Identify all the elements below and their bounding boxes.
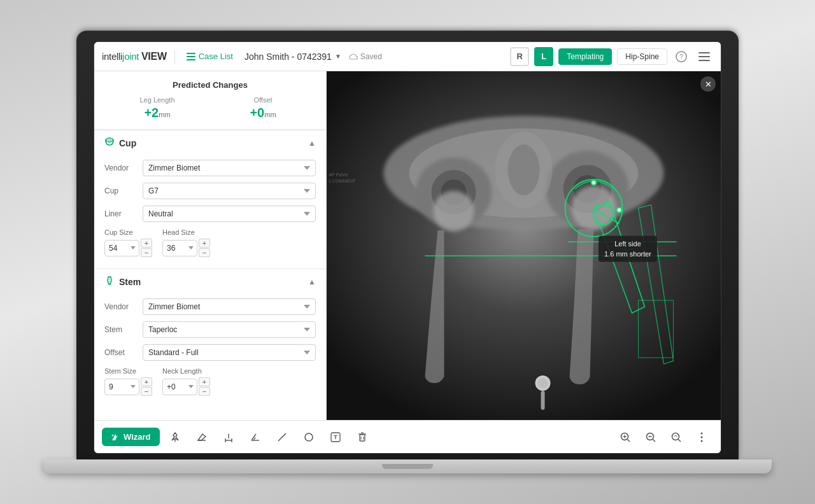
predicted-changes-section: Predicted Changes Leg Length +2mm Offset [94,71,326,130]
head-size-item: Head Size 36 + − [162,228,210,257]
neck-length-increment[interactable]: + [199,377,210,386]
menu-icon [698,52,710,61]
neck-length-select[interactable]: +0 [162,379,197,395]
metrics-row: Leg Length +2mm Offset +0mm [104,96,316,120]
wizard-button[interactable]: Wizard [102,428,160,446]
svg-line-64 [653,439,656,442]
stem-size-increment[interactable]: + [141,377,152,386]
neck-length-stepper: + − [199,377,210,396]
text-tool-button[interactable]: T [324,426,347,449]
case-list-icon [187,53,195,60]
case-list-button[interactable]: Case List [183,49,237,64]
more-options-button[interactable] [690,426,713,449]
cup-liner-select[interactable]: Neutral [143,206,316,222]
measure-tool-button[interactable] [217,426,240,449]
pin-icon [169,431,181,443]
patient-name[interactable]: John Smith - 0742391 ▼ [244,52,341,62]
cup-size-row: Cup Size 54 + − [104,228,316,257]
wizard-icon [111,433,120,442]
left-panel: Predicted Changes Leg Length +2mm Offset [94,71,327,420]
stem-offset-select[interactable]: Standard - Full [143,344,316,361]
offset-label: Offset [210,96,316,104]
stem-size-label: Stem Size [104,367,152,375]
svg-line-49 [252,434,256,440]
zoom-out-icon [645,431,656,443]
help-icon: ? [676,51,687,62]
line-tool-button[interactable] [271,426,294,449]
head-size-increment[interactable]: + [199,239,210,248]
menu-button[interactable] [695,48,713,66]
svg-rect-0 [187,53,195,54]
head-size-decrement[interactable]: − [199,248,210,257]
cup-size-select[interactable]: 54 [104,240,139,256]
neck-length-decrement[interactable]: − [199,387,210,396]
header-right: R L Templating Hip-Spine ? [510,47,713,66]
cup-icon [104,137,115,150]
close-button[interactable]: ✕ [700,76,716,92]
stem-model-select[interactable]: Taperloc [143,321,316,338]
head-size-select[interactable]: 36 [162,240,197,256]
stem-vendor-label: Vendor [104,302,143,311]
measure-icon [223,431,234,443]
circle-tool-button[interactable] [297,426,320,449]
svg-rect-7 [698,60,710,61]
xray-panel: ✕ [327,71,721,420]
stem-icon [104,276,115,288]
svg-rect-5 [698,52,710,53]
pin-tool-button[interactable] [164,426,187,449]
stem-size-decrement[interactable]: − [141,387,152,396]
cup-section: Cup ▲ Vendor Zimmer Biomet [94,130,326,269]
stem-size-item: Stem Size 9 + − [104,367,152,396]
more-icon [700,431,703,443]
delete-tool-button[interactable] [351,426,374,449]
logo-intelli: intelli [102,51,122,62]
svg-rect-1 [187,56,195,57]
header-divider [174,50,175,64]
angle-tool-button[interactable] [244,426,267,449]
svg-text:?: ? [679,53,683,60]
stem-offset-label: Offset [104,348,143,357]
templating-button[interactable]: Templating [558,48,612,65]
cup-form: Vendor Zimmer Biomet Cup G7 [94,156,326,269]
svg-line-50 [278,433,286,441]
cup-model-select[interactable]: G7 [143,183,316,199]
cup-vendor-row: Vendor Zimmer Biomet [104,160,316,176]
wizard-label: Wizard [124,432,151,442]
logo-view: VIEW [141,51,167,62]
zoom-in-button[interactable] [614,426,637,449]
cup-vendor-select[interactable]: Zimmer Biomet [143,160,316,176]
stem-vendor-select[interactable]: Zimmer Biomet [143,298,316,315]
zoom-reset-button[interactable] [665,426,688,449]
neck-length-label: Neck Length [162,367,210,375]
eraser-tool-button[interactable] [190,426,213,449]
cup-size-increment[interactable]: + [141,239,152,248]
stem-section-title-row: Stem [104,276,141,288]
eraser-icon [196,431,208,443]
stem-size-select[interactable]: 9 [104,379,139,395]
cup-liner-row: Liner Neutral [104,206,316,222]
neck-length-control: +0 + − [162,377,210,396]
svg-point-70 [701,440,703,442]
stem-section: Stem ▲ Vendor Zimmer Biomet [94,269,326,407]
side-L-button[interactable]: L [534,47,553,66]
help-button[interactable]: ? [672,48,690,66]
laptop-notch [382,464,433,469]
head-size-stepper: + − [199,239,210,257]
stem-section-title: Stem [119,277,141,287]
stem-offset-row: Offset Standard - Full [104,344,316,361]
svg-point-68 [701,432,703,434]
cup-section-header[interactable]: Cup ▲ [94,130,326,156]
side-R-button[interactable]: R [510,47,529,66]
hip-spine-button[interactable]: Hip-Spine [617,48,667,65]
toolbar-right [614,426,713,449]
stem-form: Vendor Zimmer Biomet Stem Taperloc [94,295,326,407]
stem-size-control: 9 + − [104,377,152,396]
stem-section-header[interactable]: Stem ▲ [94,269,326,295]
cup-size-decrement[interactable]: − [141,248,152,257]
cup-size-control: 54 + − [104,239,152,257]
line-icon [276,431,288,443]
svg-rect-54 [360,435,365,441]
svg-point-36 [538,378,548,388]
offset-metric: Offset +0mm [210,96,316,120]
zoom-out-button[interactable] [639,426,662,449]
